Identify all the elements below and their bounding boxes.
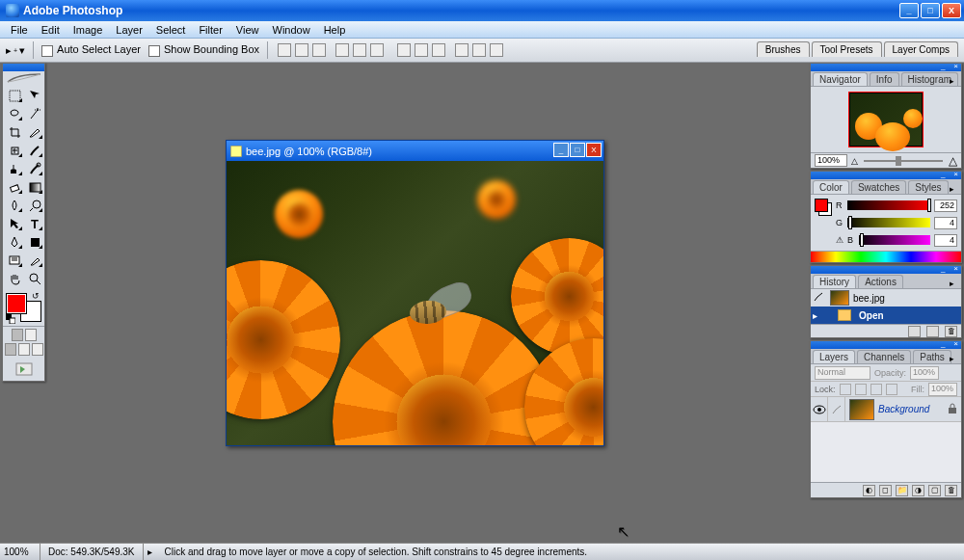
tab-channels[interactable]: Channels <box>857 350 911 363</box>
panel-menu-icon[interactable] <box>950 277 959 286</box>
clone-tool[interactable] <box>5 160 24 177</box>
green-slider[interactable] <box>847 218 930 227</box>
canvas-area[interactable] <box>227 161 603 445</box>
tab-color[interactable]: Color <box>813 180 849 194</box>
lasso-tool[interactable] <box>5 105 24 122</box>
slice-tool[interactable] <box>25 123 44 141</box>
doc-minimize-button[interactable]: _ <box>553 143 569 157</box>
history-brush-tool[interactable] <box>25 160 44 177</box>
fullscreen-button[interactable] <box>32 343 43 356</box>
panel-grip[interactable]: _× <box>811 266 961 274</box>
zoom-tool[interactable] <box>25 270 44 287</box>
document-titlebar[interactable]: bee.jpg @ 100% (RGB/8#) _ □ X <box>227 141 603 161</box>
menu-image[interactable]: Image <box>67 24 110 36</box>
window-maximize-button[interactable]: □ <box>921 3 940 18</box>
tab-paths[interactable]: Paths <box>913 350 951 363</box>
imageready-button[interactable] <box>3 358 44 381</box>
lock-position-icon[interactable] <box>870 384 882 395</box>
panel-close-icon[interactable]: × <box>951 266 960 273</box>
standard-mode-button[interactable] <box>12 329 23 341</box>
menu-select[interactable]: Select <box>149 24 193 36</box>
dock-tab-brushes[interactable]: Brushes <box>757 41 810 57</box>
red-input[interactable]: 252 <box>934 200 957 212</box>
menu-help[interactable]: Help <box>317 24 353 36</box>
align-bottom-icon[interactable] <box>312 43 326 57</box>
window-close-button[interactable]: X <box>942 3 961 18</box>
zoom-out-icon[interactable]: △ <box>851 156 858 166</box>
status-zoom-input[interactable]: 100% <box>0 544 40 560</box>
menu-edit[interactable]: Edit <box>35 24 67 36</box>
layer-mask-icon[interactable]: ◻ <box>879 485 892 496</box>
eraser-tool[interactable] <box>5 178 24 196</box>
fullscreen-menu-button[interactable] <box>18 343 30 356</box>
zoom-in-icon[interactable]: △ <box>949 154 957 168</box>
new-snapshot-icon[interactable] <box>926 326 939 337</box>
distribute-vcenter-icon[interactable] <box>415 43 428 57</box>
tab-layers[interactable]: Layers <box>813 350 855 363</box>
distribute-hcenter-icon[interactable] <box>472 43 486 57</box>
panel-close-icon[interactable]: × <box>951 341 960 348</box>
lock-paint-icon[interactable] <box>855 384 867 395</box>
distribute-left-icon[interactable] <box>455 43 469 57</box>
panel-close-icon[interactable]: × <box>951 64 960 70</box>
delete-layer-icon[interactable]: 🗑 <box>945 485 957 496</box>
quickmask-mode-button[interactable] <box>25 329 37 341</box>
align-left-icon[interactable] <box>335 43 349 57</box>
tab-info[interactable]: Info <box>870 72 899 86</box>
visibility-toggle[interactable] <box>811 397 828 422</box>
lock-all-icon[interactable] <box>886 384 897 395</box>
history-step-open[interactable]: ▸ Open <box>811 307 961 324</box>
default-colors-icon[interactable] <box>6 314 15 324</box>
green-input[interactable]: 4 <box>934 217 957 229</box>
tab-styles[interactable]: Styles <box>908 180 948 194</box>
layer-name[interactable]: Background <box>878 404 929 414</box>
new-layer-icon[interactable]: ▢ <box>928 485 941 496</box>
layer-row-background[interactable]: Background <box>811 397 961 422</box>
panel-grip[interactable]: _× <box>811 64 961 71</box>
path-select-tool[interactable] <box>5 215 24 232</box>
window-minimize-button[interactable]: _ <box>899 3 919 18</box>
navigator-zoom-input[interactable]: 100% <box>815 154 847 167</box>
panel-menu-icon[interactable] <box>950 352 959 361</box>
align-right-icon[interactable] <box>370 43 384 57</box>
delete-state-icon[interactable]: 🗑 <box>945 326 957 337</box>
panel-menu-icon[interactable] <box>950 182 959 192</box>
distribute-right-icon[interactable] <box>490 43 503 57</box>
navigator-zoom-slider[interactable] <box>864 158 943 164</box>
menu-view[interactable]: View <box>229 24 266 36</box>
crop-tool[interactable] <box>5 123 24 141</box>
eyedropper-tool[interactable] <box>25 252 44 269</box>
history-brush-source-icon[interactable] <box>813 291 826 305</box>
panel-minimize-icon[interactable]: _ <box>941 64 950 70</box>
dock-tab-tool-presets[interactable]: Tool Presets <box>812 41 882 57</box>
color-spectrum[interactable] <box>811 251 961 262</box>
type-tool[interactable]: T <box>25 215 44 232</box>
blue-input[interactable]: 4 <box>934 234 957 247</box>
panel-minimize-icon[interactable]: _ <box>941 266 950 273</box>
layer-thumbnail[interactable] <box>849 399 874 420</box>
panel-close-icon[interactable]: × <box>951 172 960 178</box>
wand-tool[interactable] <box>25 105 44 122</box>
new-set-icon[interactable]: 📁 <box>896 485 908 496</box>
link-toggle[interactable] <box>828 397 845 422</box>
adjustment-layer-icon[interactable]: ◑ <box>912 485 924 496</box>
tab-history[interactable]: History <box>813 275 856 288</box>
align-vcenter-icon[interactable] <box>295 43 308 57</box>
blue-slider[interactable] <box>859 235 930 245</box>
healing-tool[interactable] <box>5 142 24 159</box>
color-panel-swatch[interactable] <box>815 199 832 216</box>
blend-mode-select[interactable]: Normal <box>815 366 870 380</box>
marquee-tool[interactable] <box>5 87 24 104</box>
move-tool-preset-icon[interactable]: ▸+▾ <box>6 44 25 57</box>
panel-grip[interactable]: _× <box>811 172 961 179</box>
status-menu-icon[interactable]: ▸ <box>144 547 157 557</box>
pen-tool[interactable] <box>5 233 24 251</box>
new-doc-from-state-icon[interactable] <box>908 326 921 337</box>
doc-maximize-button[interactable]: □ <box>570 143 585 157</box>
tab-navigator[interactable]: Navigator <box>813 72 868 86</box>
brush-tool[interactable] <box>25 142 44 159</box>
menu-layer[interactable]: Layer <box>109 24 149 36</box>
distribute-bottom-icon[interactable] <box>432 43 445 57</box>
fill-input[interactable]: 100% <box>928 383 957 396</box>
notes-tool[interactable] <box>5 252 24 269</box>
